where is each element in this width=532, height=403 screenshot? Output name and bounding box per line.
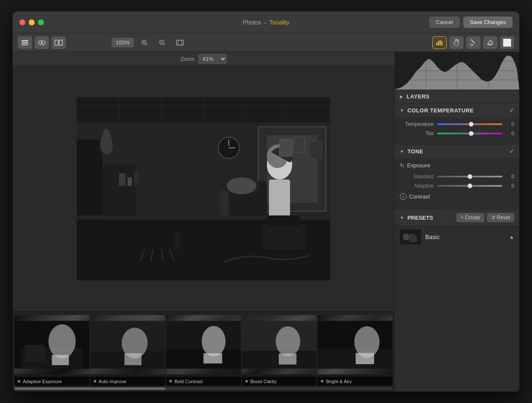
brush-tool-button[interactable] [466, 36, 480, 49]
contrast-label: Contrast [409, 193, 430, 200]
svg-rect-14 [176, 40, 183, 45]
temperature-row: Temperature 0 [400, 121, 514, 127]
color-temp-title: Color Temperature [407, 107, 474, 114]
exposure-cycle-icon[interactable]: ↻ [400, 162, 404, 169]
svg-point-76 [202, 326, 226, 357]
minimize-button[interactable] [29, 19, 35, 25]
presets-title: PRESETS [407, 215, 433, 221]
tint-slider[interactable] [437, 133, 502, 134]
fit-button[interactable] [173, 36, 187, 49]
reset-preset-button[interactable]: ↺ Reset [487, 213, 514, 222]
layers-section: ▶ LAYERS [395, 90, 519, 103]
toolbar: 100% [13, 33, 519, 52]
zoom-out-button[interactable] [155, 36, 169, 49]
cancel-button[interactable]: Cancel [429, 16, 459, 28]
toolbar-left [18, 36, 66, 49]
save-changes-button[interactable]: Save Changes [463, 16, 513, 28]
title-separator: – [263, 19, 267, 26]
list-item[interactable]: ★ Auto Improve [90, 315, 166, 386]
svg-rect-1 [22, 42, 28, 44]
temperature-slider[interactable] [437, 123, 502, 125]
zoom-bar: Zoom 41% 50% 75% 100% [13, 52, 394, 66]
film-label: ★ Auto Improve [90, 377, 166, 386]
fullscreen-button[interactable] [38, 19, 44, 25]
zoom-selector[interactable]: 41% 50% 75% 100% [198, 54, 227, 64]
color-temp-section: ▼ Color Temperature ✓ Temperature 0 Tint [395, 103, 519, 144]
preset-basic-item[interactable]: Basic ▲ [395, 226, 519, 248]
svg-rect-20 [441, 41, 442, 45]
tone-content: ↻ Exposure Standard 0 Adaptive [395, 158, 519, 209]
eye-tool-button[interactable] [35, 36, 49, 49]
preset-expand-icon[interactable]: ▲ [509, 234, 514, 240]
temperature-thumb[interactable] [469, 122, 474, 127]
svg-point-68 [49, 324, 76, 359]
tone-arrow-icon: ▼ [400, 149, 404, 154]
film-label: ★ Bright & Airy [318, 377, 393, 386]
create-preset-button[interactable]: + Create [456, 213, 484, 222]
film-label: ★ Boost Clarity [242, 377, 317, 386]
svg-point-80 [276, 326, 300, 356]
standard-thumb[interactable] [467, 174, 472, 179]
list-item[interactable]: ★ Boost Clarity [242, 315, 317, 386]
film-thumb [318, 315, 393, 374]
color-temp-header[interactable]: ▼ Color Temperature ✓ [395, 103, 519, 117]
color-picker-button[interactable] [500, 36, 514, 49]
toolbar-right [432, 36, 514, 49]
adaptive-thumb[interactable] [467, 183, 472, 188]
zoom-percent-display: 100% [111, 38, 134, 47]
image-canvas [13, 66, 394, 311]
zoom-in-button[interactable] [137, 36, 152, 49]
svg-point-94 [403, 234, 410, 240]
histogram-tool-button[interactable] [432, 36, 447, 49]
titlebar-actions: Cancel Save Changes [429, 16, 513, 28]
adaptive-slider[interactable] [437, 185, 502, 187]
tone-section: ▼ Tone ✓ ↻ Exposure Standard [395, 144, 519, 210]
star-icon: ★ [17, 378, 21, 384]
standard-value: 0 [506, 174, 514, 180]
svg-rect-0 [22, 40, 28, 41]
filmstrip-inner: ★ Adaptive Exposure [13, 312, 394, 386]
presets-header: ▼ PRESETS + Create ↺ Reset [395, 210, 519, 226]
standard-slider[interactable] [437, 176, 502, 177]
histogram-svg [395, 52, 519, 90]
svg-rect-64 [77, 97, 330, 279]
svg-point-22 [470, 44, 473, 46]
svg-rect-73 [124, 353, 141, 365]
layers-tool-button[interactable] [18, 36, 32, 49]
svg-rect-69 [52, 355, 69, 365]
photo-svg [77, 97, 330, 279]
adaptive-label: Adaptive [400, 183, 434, 189]
tint-thumb[interactable] [469, 131, 474, 136]
color-temp-arrow-icon: ▼ [400, 108, 404, 113]
standard-row: Standard 0 [400, 174, 514, 180]
list-item[interactable]: ★ Bright & Airy [318, 315, 393, 386]
svg-line-10 [146, 44, 147, 45]
list-item[interactable]: ★ Bold Contrast [166, 315, 241, 386]
tone-title: Tone [407, 148, 423, 155]
layers-section-header[interactable]: ▶ LAYERS [395, 90, 519, 103]
star-icon: ★ [320, 378, 324, 384]
tone-section-header[interactable]: ▼ Tone ✓ [395, 144, 519, 158]
svg-point-4 [41, 41, 43, 44]
filmstrip-scrollbar[interactable] [14, 387, 393, 390]
close-button[interactable] [19, 19, 25, 25]
contrast-info-icon[interactable]: i [400, 193, 407, 200]
exposure-label: Exposure [407, 162, 430, 169]
svg-rect-17 [436, 43, 437, 45]
zoom-label: Zoom [180, 56, 194, 62]
contrast-header: i Contrast [400, 193, 514, 202]
eraser-tool-button[interactable] [483, 36, 497, 49]
svg-rect-6 [59, 40, 62, 45]
svg-rect-2 [22, 44, 28, 45]
film-item-label: Auto Improve [99, 379, 126, 384]
exposure-header: ↻ Exposure [400, 162, 514, 170]
canvas-area: Zoom 41% 50% 75% 100% [13, 52, 394, 392]
svg-rect-18 [438, 41, 439, 45]
split-view-button[interactable] [52, 36, 66, 49]
filmstrip: ★ Adaptive Exposure [13, 311, 394, 392]
list-item[interactable]: ★ Adaptive Exposure [14, 315, 90, 386]
film-thumb [14, 315, 90, 374]
film-item-label: Boost Clarity [250, 379, 277, 384]
hand-tool-button[interactable] [449, 36, 464, 49]
right-panel: ▶ LAYERS ▼ Color Temperature ✓ Temperatu… [394, 52, 519, 392]
